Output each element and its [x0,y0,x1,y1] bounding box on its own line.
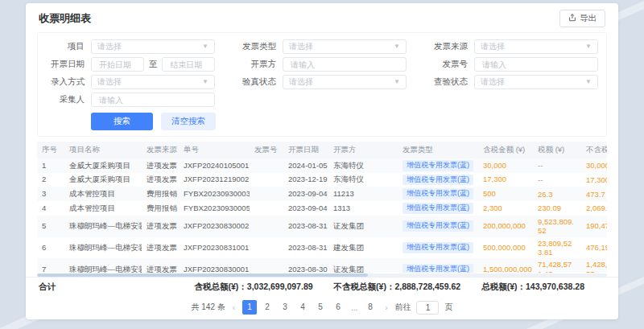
invoice-source: 费用报销 [142,201,179,216]
column-header: 税额 (¥) [533,142,581,158]
next-page-button[interactable]: › [383,303,389,312]
column-header: 不含税金额 (¥) [581,142,607,158]
invoice-source-select[interactable]: 请选择 ▼ [474,39,598,54]
table-body: 1金威大厦采购项目进项发票JXFP202401050012024-01-05东海… [37,158,607,273]
issuer: 证发集团 [328,258,398,273]
scrollbar-thumb[interactable] [37,273,368,277]
start-date-field[interactable] [97,60,138,70]
page-button-4[interactable]: 4 [295,300,310,315]
verify-status-select[interactable]: 请选择 ▼ [283,75,407,89]
table-row[interactable]: 4成本管控项目费用报销FYBX202309300052023-09-041313… [37,201,607,216]
project-select[interactable]: 请选择 ▼ [91,39,215,54]
filter-field-collector: 采集人 [41,93,215,107]
goto-page-input[interactable] [416,301,439,315]
invoice-type: 增值税专用发票(蓝) [398,201,478,216]
issuer-field[interactable] [289,60,400,70]
end-date-field[interactable] [168,60,208,70]
screen: 收票明细表 导出 项目 请选择 ▼ 发票类型 [0,0,644,329]
column-header: 发票号 [250,142,283,158]
invoice-source: 进项发票 [142,216,179,237]
invoice-table-wrap: 序号项目名称发票来源单号发票号开票日期开票方发票类型含税金额 (¥)税额 (¥)… [37,142,607,273]
invoice-type-badge: 增值税专用发票(蓝) [402,264,473,273]
total-tax: 总税额(¥)：143,970,638.28 [481,282,584,293]
invoice-type-badge: 增值税专用发票(蓝) [402,160,473,171]
page-button-1[interactable]: 1 [242,300,257,315]
page-button-6[interactable]: 6 [331,300,345,315]
summary-row: 合计 含税总额(¥)：3,032,699,097.89 不含税总额(¥)：2,8… [26,277,618,297]
filter-field-invoice-no: 发票号 [424,57,598,72]
table-row[interactable]: 6珠穆朗玛峰—电梯安装进项发票JXFP202308310012023-08-31… [37,237,607,259]
invoice-number [250,216,283,237]
invoice-source: 进项发票 [142,158,179,173]
collector-input[interactable] [91,93,215,107]
issuer: 东海特仪 [328,158,398,173]
issuer: 证发集团 [328,216,398,237]
amount-with-tax: 2,300 [478,201,533,216]
project-name: 珠穆朗玛峰—电梯安装 [64,258,142,273]
row-index: 2 [37,173,64,187]
invoice-date: 2023-09-04 [283,201,328,216]
invoice-no-field[interactable] [481,60,592,70]
export-button[interactable]: 导出 [559,10,605,27]
amount-with-tax: 1,500,000,000 [478,258,533,273]
chevron-down-icon: ▼ [202,43,208,50]
filter-field-project: 项目 请选择 ▼ [41,39,215,54]
table-row[interactable]: 5珠穆朗玛峰—电梯安装进项发票JXFP202308300022023-08-31… [37,216,607,237]
invoice-number [250,158,283,173]
chevron-down-icon: ▼ [202,79,208,85]
amount-without-tax: 2,069.91 [581,201,607,216]
page-unit-label: 页 [444,302,452,313]
check-status-select[interactable]: 请选择 ▼ [474,75,598,89]
project-name: 成本管控项目 [64,201,142,216]
filter-grid: 项目 请选择 ▼ 发票类型 请选择 ▼ 发票来源 请选 [41,39,598,107]
invoice-date-label: 开票日期 [41,59,85,70]
invoice-number [250,173,283,187]
table-row[interactable]: 2金威大厦采购项目进项发票JXFP202312190022023-12-19东海… [37,173,607,187]
filter-field-check-status: 查验状态 请选择 ▼ [424,75,598,89]
order-number: JXFP20240105001 [179,158,250,173]
tax-amount: -- [533,158,581,173]
page-button-5[interactable]: 5 [313,300,328,315]
collector-label: 采集人 [41,94,85,105]
tax-amount: 71,428,571.43 [533,258,581,273]
table-row[interactable]: 3成本管控项目费用报销FYBX202309300032023-09-041121… [37,187,607,201]
amount-without-tax: 1,428,571,428.57 [581,258,607,273]
collector-field[interactable] [97,95,208,105]
invoice-type-label: 发票类型 [233,41,276,52]
issuer-input[interactable] [283,57,407,72]
issuer: 1313 [328,201,398,216]
prev-page-button[interactable]: ‹ [231,303,237,312]
clear-search-button[interactable]: 清空搜索 [161,113,216,130]
horizontal-scrollbar[interactable] [37,273,607,277]
amount-with-tax: 500 [478,187,533,201]
invoice-type-badge: 增值税专用发票(蓝) [402,175,473,186]
table-row[interactable]: 1金威大厦采购项目进项发票JXFP202401050012024-01-05东海… [37,158,607,173]
search-button[interactable]: 搜索 [91,113,153,130]
row-index: 7 [37,258,64,273]
invoice-type: 增值税专用发票(蓝) [398,187,478,201]
column-header: 开票日期 [283,142,328,158]
page-list: 123456...8 [242,300,378,315]
invoice-type-select[interactable]: 请选择 ▼ [283,39,407,54]
invoice-no-input[interactable] [474,57,598,72]
invoice-type-badge: 增值税专用发票(蓝) [402,220,473,232]
table-row[interactable]: 7珠穆朗玛峰—电梯安装进项发票JXFP202308300012023-08-30… [37,258,607,273]
tax-amount: 9,523,809.52 [533,216,581,237]
start-date-input[interactable] [91,57,144,72]
amount-with-tax: 17,300 [478,173,533,187]
page-button-3[interactable]: 3 [278,300,292,315]
issuer-label: 开票方 [233,59,276,70]
chevron-down-icon: ▼ [585,79,592,85]
export-label: 导出 [580,13,597,24]
page-button-2[interactable]: 2 [260,300,275,315]
invoice-type-badge: 增值税专用发票(蓝) [402,188,473,199]
entry-method-select[interactable]: 请选择 ▼ [91,75,215,89]
invoice-source: 进项发票 [142,173,179,187]
invoice-source: 进项发票 [142,237,179,259]
page-button-8[interactable]: 8 [363,300,378,315]
invoice-type-badge: 增值税专用发票(蓝) [402,242,473,253]
project-name: 珠穆朗玛峰—电梯安装 [64,237,142,259]
filter-field-issuer: 开票方 [233,57,407,72]
amount-with-tax: 30,000 [478,158,533,173]
end-date-input[interactable] [162,57,215,72]
